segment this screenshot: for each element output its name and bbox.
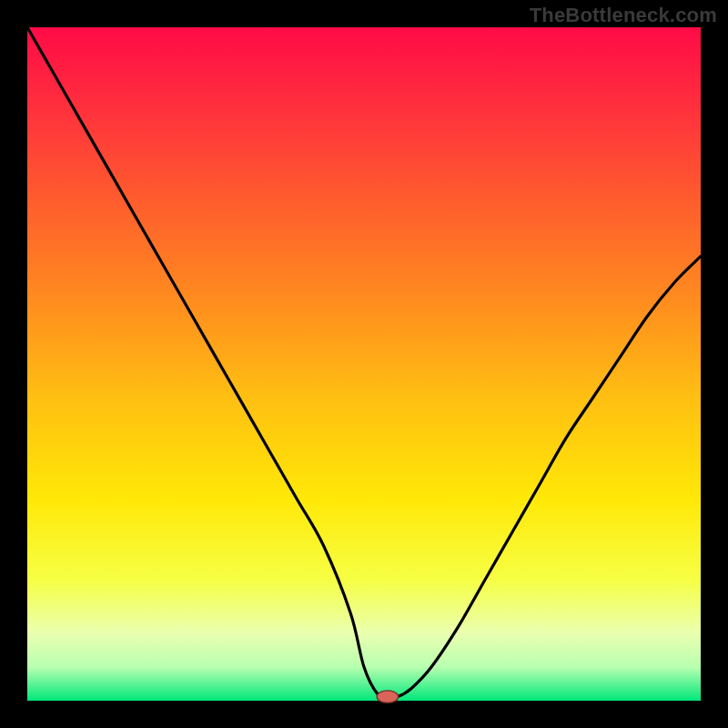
- chart-stage: TheBottleneck.com: [0, 0, 728, 728]
- plot-background: [27, 27, 701, 701]
- bottleneck-chart: [0, 0, 728, 728]
- optimum-marker: [377, 691, 399, 703]
